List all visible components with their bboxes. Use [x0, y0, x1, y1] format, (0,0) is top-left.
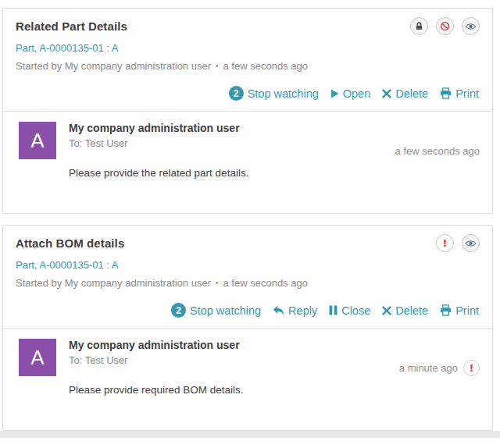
message-author: My company administration user — [69, 339, 399, 351]
watcher-count-badge: 2 — [171, 303, 186, 318]
dot-separator: • — [216, 279, 219, 287]
message-item: A My company administration user To: Tes… — [3, 329, 492, 430]
delete-label: Delete — [395, 304, 428, 317]
reply-label: Reply — [288, 304, 317, 317]
message-item: A My company administration user To: Tes… — [3, 112, 492, 213]
part-link[interactable]: Part, A-0000135-01 : A — [16, 42, 119, 54]
ban-icon[interactable] — [436, 17, 454, 35]
eye-icon[interactable] — [462, 234, 480, 252]
discussion-panel: Related Part Details — [0, 0, 500, 431]
avatar: A — [19, 339, 56, 376]
avatar: A — [19, 122, 56, 159]
to-label: To: — [69, 354, 82, 366]
close-label: Close — [341, 304, 370, 317]
alert-icon[interactable]: ! — [436, 234, 454, 252]
stop-watching-label: Stop watching — [190, 304, 261, 317]
started-line: Started by My company administration use… — [16, 277, 480, 289]
thread-title: Attach BOM details — [16, 236, 124, 250]
close-link[interactable]: Close — [329, 304, 370, 317]
message-recipients: To: Test User — [69, 354, 399, 366]
reply-link[interactable]: Reply — [273, 304, 317, 317]
pause-icon — [329, 305, 338, 315]
play-icon — [330, 89, 339, 98]
message-body: Please provide the related part details. — [69, 167, 395, 179]
message-recipients: To: Test User — [69, 137, 395, 149]
print-label: Print — [455, 87, 479, 100]
thread-action-bar: 2 Stop watching Open Delete — [3, 72, 492, 111]
dot-separator: • — [216, 62, 219, 70]
delete-link[interactable]: Delete — [382, 304, 428, 317]
delete-label: Delete — [395, 87, 428, 100]
message-timestamp: a few seconds ago — [395, 123, 480, 179]
reply-icon — [273, 305, 284, 315]
thread-card-attach-bom-details: Attach BOM details ! Part, A-0000135-01 … — [2, 225, 493, 431]
print-link[interactable]: Print — [440, 304, 479, 317]
thread-header: Related Part Details — [3, 9, 492, 72]
print-link[interactable]: Print — [440, 87, 479, 100]
to-label: To: — [69, 137, 82, 149]
started-by-text: Started by My company administration use… — [16, 60, 211, 72]
thread-header: Attach BOM details ! Part, A-0000135-01 … — [3, 226, 492, 289]
open-link[interactable]: Open — [330, 87, 370, 100]
eye-icon[interactable] — [462, 17, 480, 35]
open-label: Open — [343, 87, 370, 100]
started-line: Started by My company administration use… — [16, 60, 480, 72]
x-icon — [382, 306, 391, 315]
recipient-name: Test User — [85, 354, 128, 366]
print-label: Print — [455, 304, 479, 317]
message-timestamp: a minute ago ! — [399, 340, 480, 396]
started-time: a few seconds ago — [223, 60, 308, 72]
thread-action-bar: 2 Stop watching Reply Close Delete — [3, 289, 492, 328]
x-icon — [382, 89, 391, 98]
printer-icon — [440, 304, 452, 316]
stop-watching-link[interactable]: 2 Stop watching — [171, 303, 261, 318]
watcher-count-badge: 2 — [229, 86, 244, 101]
panel-bottom-strip — [0, 431, 500, 438]
alert-icon[interactable]: ! — [463, 360, 480, 376]
message-body: Please provide required BOM details. — [69, 384, 399, 396]
stop-watching-link[interactable]: 2 Stop watching — [229, 86, 319, 101]
lock-icon[interactable] — [410, 17, 428, 35]
exclamation-glyph: ! — [443, 238, 448, 248]
message-author: My company administration user — [69, 122, 395, 134]
thread-status-icons — [410, 17, 480, 35]
recipient-name: Test User — [85, 137, 128, 149]
stop-watching-label: Stop watching — [248, 87, 319, 100]
thread-title: Related Part Details — [16, 20, 127, 33]
started-time: a few seconds ago — [223, 277, 308, 289]
thread-status-icons: ! — [436, 234, 480, 252]
printer-icon — [440, 87, 452, 99]
thread-card-related-part-details: Related Part Details — [2, 8, 493, 214]
started-by-text: Started by My company administration use… — [16, 277, 211, 289]
delete-link[interactable]: Delete — [382, 87, 428, 100]
part-link[interactable]: Part, A-0000135-01 : A — [16, 259, 119, 271]
